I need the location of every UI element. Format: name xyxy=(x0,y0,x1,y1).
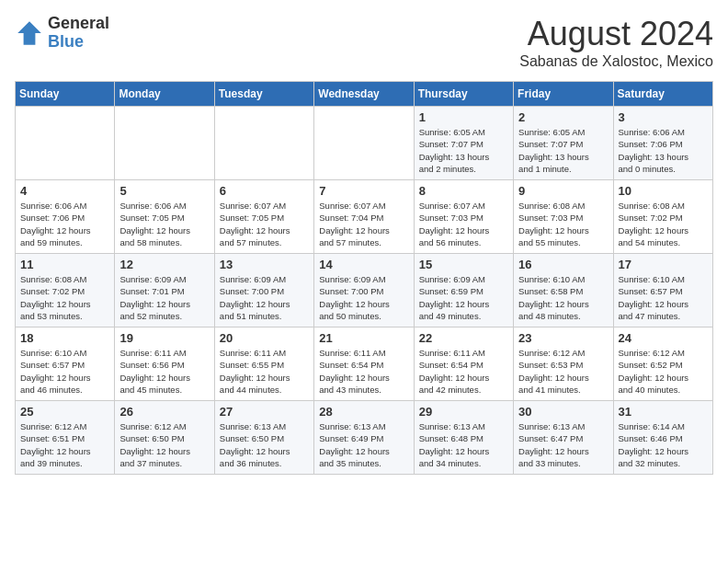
day-info: Sunrise: 6:07 AM Sunset: 7:03 PM Dayligh… xyxy=(419,200,508,248)
day-info: Sunrise: 6:06 AM Sunset: 7:05 PM Dayligh… xyxy=(119,200,209,248)
day-number: 26 xyxy=(119,405,209,419)
day-info: Sunrise: 6:12 AM Sunset: 6:53 PM Dayligh… xyxy=(518,347,608,396)
logo-blue-text: Blue xyxy=(48,33,109,52)
day-number: 9 xyxy=(518,184,608,198)
day-number: 14 xyxy=(319,258,408,271)
day-cell: 28Sunrise: 6:13 AM Sunset: 6:49 PM Dayli… xyxy=(314,401,414,475)
day-info: Sunrise: 6:09 AM Sunset: 6:59 PM Dayligh… xyxy=(419,273,508,322)
day-cell: 13Sunrise: 6:09 AM Sunset: 7:00 PM Dayli… xyxy=(214,254,313,327)
week-row-1: 1Sunrise: 6:05 AM Sunset: 7:07 PM Daylig… xyxy=(16,107,713,180)
day-info: Sunrise: 6:11 AM Sunset: 6:56 PM Dayligh… xyxy=(119,347,209,396)
day-info: Sunrise: 6:07 AM Sunset: 7:04 PM Dayligh… xyxy=(319,200,408,248)
day-number: 16 xyxy=(518,258,608,271)
day-cell: 1Sunrise: 6:05 AM Sunset: 7:07 PM Daylig… xyxy=(414,107,513,180)
day-cell: 30Sunrise: 6:13 AM Sunset: 6:47 PM Dayli… xyxy=(514,401,613,475)
day-info: Sunrise: 6:06 AM Sunset: 7:06 PM Dayligh… xyxy=(20,200,109,248)
day-cell: 7Sunrise: 6:07 AM Sunset: 7:04 PM Daylig… xyxy=(314,180,414,254)
day-cell: 24Sunrise: 6:12 AM Sunset: 6:52 PM Dayli… xyxy=(613,327,712,401)
logo-icon xyxy=(15,18,44,48)
logo-general-text: General xyxy=(48,15,109,33)
day-info: Sunrise: 6:08 AM Sunset: 7:02 PM Dayligh… xyxy=(619,200,708,248)
day-info: Sunrise: 6:08 AM Sunset: 7:03 PM Dayligh… xyxy=(518,200,608,248)
day-cell: 16Sunrise: 6:10 AM Sunset: 6:58 PM Dayli… xyxy=(514,254,613,327)
day-cell: 19Sunrise: 6:11 AM Sunset: 6:56 PM Dayli… xyxy=(115,327,214,401)
day-info: Sunrise: 6:12 AM Sunset: 6:51 PM Dayligh… xyxy=(20,420,109,469)
calendar-header: SundayMondayTuesdayWednesdayThursdayFrid… xyxy=(16,82,713,107)
day-number: 31 xyxy=(619,405,708,419)
day-cell: 4Sunrise: 6:06 AM Sunset: 7:06 PM Daylig… xyxy=(16,180,115,254)
day-info: Sunrise: 6:13 AM Sunset: 6:50 PM Dayligh… xyxy=(220,420,309,469)
day-number: 7 xyxy=(319,184,408,198)
day-number: 6 xyxy=(220,184,309,198)
day-cell: 14Sunrise: 6:09 AM Sunset: 7:00 PM Dayli… xyxy=(314,254,414,327)
day-cell: 17Sunrise: 6:10 AM Sunset: 6:57 PM Dayli… xyxy=(613,254,712,327)
day-cell xyxy=(314,107,414,180)
day-cell xyxy=(115,107,214,180)
logo-text: General Blue xyxy=(48,15,109,52)
day-cell xyxy=(214,107,313,180)
day-number: 1 xyxy=(419,110,508,124)
day-number: 13 xyxy=(220,258,309,271)
day-info: Sunrise: 6:11 AM Sunset: 6:54 PM Dayligh… xyxy=(419,347,508,396)
day-number: 3 xyxy=(619,110,708,124)
day-number: 5 xyxy=(119,184,209,198)
header-cell-saturday: Saturday xyxy=(613,82,712,107)
header-cell-sunday: Sunday xyxy=(16,82,115,107)
day-info: Sunrise: 6:09 AM Sunset: 7:00 PM Dayligh… xyxy=(220,273,309,322)
day-info: Sunrise: 6:11 AM Sunset: 6:55 PM Dayligh… xyxy=(220,347,309,396)
svg-marker-0 xyxy=(17,21,41,45)
day-cell: 9Sunrise: 6:08 AM Sunset: 7:03 PM Daylig… xyxy=(514,180,613,254)
day-number: 25 xyxy=(20,405,109,419)
day-cell: 22Sunrise: 6:11 AM Sunset: 6:54 PM Dayli… xyxy=(414,327,513,401)
day-info: Sunrise: 6:09 AM Sunset: 7:01 PM Dayligh… xyxy=(119,273,209,322)
day-cell: 3Sunrise: 6:06 AM Sunset: 7:06 PM Daylig… xyxy=(613,107,712,180)
day-number: 10 xyxy=(619,184,708,198)
day-info: Sunrise: 6:11 AM Sunset: 6:54 PM Dayligh… xyxy=(319,347,408,396)
day-info: Sunrise: 6:10 AM Sunset: 6:57 PM Dayligh… xyxy=(619,273,708,322)
day-cell: 8Sunrise: 6:07 AM Sunset: 7:03 PM Daylig… xyxy=(414,180,513,254)
day-cell: 12Sunrise: 6:09 AM Sunset: 7:01 PM Dayli… xyxy=(115,254,214,327)
day-number: 21 xyxy=(319,331,408,345)
title-block: August 2024 Sabanas de Xalostoc, Mexico xyxy=(519,15,713,70)
day-number: 19 xyxy=(119,331,209,345)
day-cell: 15Sunrise: 6:09 AM Sunset: 6:59 PM Dayli… xyxy=(414,254,513,327)
day-number: 12 xyxy=(119,258,209,271)
day-info: Sunrise: 6:05 AM Sunset: 7:07 PM Dayligh… xyxy=(419,126,508,175)
day-info: Sunrise: 6:06 AM Sunset: 7:06 PM Dayligh… xyxy=(619,126,708,175)
day-number: 8 xyxy=(419,184,508,198)
day-cell: 10Sunrise: 6:08 AM Sunset: 7:02 PM Dayli… xyxy=(613,180,712,254)
day-cell: 31Sunrise: 6:14 AM Sunset: 6:46 PM Dayli… xyxy=(613,401,712,475)
day-number: 15 xyxy=(419,258,508,271)
month-year-title: August 2024 xyxy=(519,15,713,53)
day-info: Sunrise: 6:08 AM Sunset: 7:02 PM Dayligh… xyxy=(20,273,109,322)
day-info: Sunrise: 6:12 AM Sunset: 6:50 PM Dayligh… xyxy=(119,420,209,469)
day-info: Sunrise: 6:05 AM Sunset: 7:07 PM Dayligh… xyxy=(518,126,608,175)
day-number: 24 xyxy=(619,331,708,345)
day-cell: 21Sunrise: 6:11 AM Sunset: 6:54 PM Dayli… xyxy=(314,327,414,401)
day-number: 17 xyxy=(619,258,708,271)
day-info: Sunrise: 6:07 AM Sunset: 7:05 PM Dayligh… xyxy=(220,200,309,248)
day-cell: 20Sunrise: 6:11 AM Sunset: 6:55 PM Dayli… xyxy=(214,327,313,401)
day-cell: 18Sunrise: 6:10 AM Sunset: 6:57 PM Dayli… xyxy=(16,327,115,401)
header-cell-friday: Friday xyxy=(514,82,613,107)
header-row: SundayMondayTuesdayWednesdayThursdayFrid… xyxy=(16,82,713,107)
day-info: Sunrise: 6:10 AM Sunset: 6:57 PM Dayligh… xyxy=(20,347,109,396)
header-cell-tuesday: Tuesday xyxy=(214,82,313,107)
week-row-2: 4Sunrise: 6:06 AM Sunset: 7:06 PM Daylig… xyxy=(16,180,713,254)
calendar-body: 1Sunrise: 6:05 AM Sunset: 7:07 PM Daylig… xyxy=(16,107,713,475)
day-number: 23 xyxy=(518,331,608,345)
week-row-4: 18Sunrise: 6:10 AM Sunset: 6:57 PM Dayli… xyxy=(16,327,713,401)
day-cell: 29Sunrise: 6:13 AM Sunset: 6:48 PM Dayli… xyxy=(414,401,513,475)
day-number: 27 xyxy=(220,405,309,419)
calendar-table: SundayMondayTuesdayWednesdayThursdayFrid… xyxy=(15,81,713,475)
day-number: 28 xyxy=(319,405,408,419)
week-row-5: 25Sunrise: 6:12 AM Sunset: 6:51 PM Dayli… xyxy=(16,401,713,475)
day-number: 20 xyxy=(220,331,309,345)
day-cell: 25Sunrise: 6:12 AM Sunset: 6:51 PM Dayli… xyxy=(16,401,115,475)
day-number: 18 xyxy=(20,331,109,345)
day-info: Sunrise: 6:14 AM Sunset: 6:46 PM Dayligh… xyxy=(619,420,708,469)
day-cell: 2Sunrise: 6:05 AM Sunset: 7:07 PM Daylig… xyxy=(514,107,613,180)
day-info: Sunrise: 6:09 AM Sunset: 7:00 PM Dayligh… xyxy=(319,273,408,322)
day-number: 4 xyxy=(20,184,109,198)
day-info: Sunrise: 6:13 AM Sunset: 6:48 PM Dayligh… xyxy=(419,420,508,469)
